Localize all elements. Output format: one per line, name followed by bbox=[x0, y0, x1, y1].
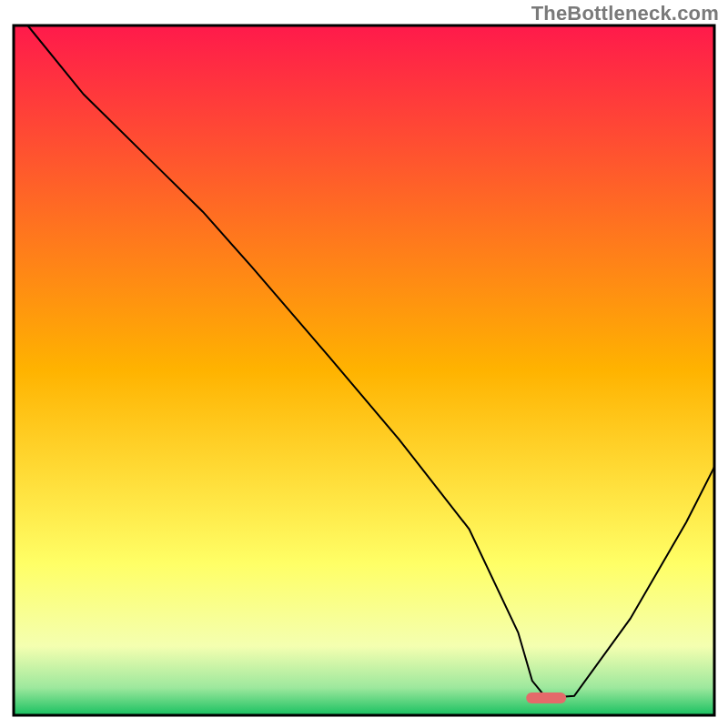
chart-stage: TheBottleneck.com bbox=[0, 0, 728, 728]
bottleneck-chart bbox=[0, 0, 728, 728]
optimal-marker bbox=[526, 693, 566, 703]
